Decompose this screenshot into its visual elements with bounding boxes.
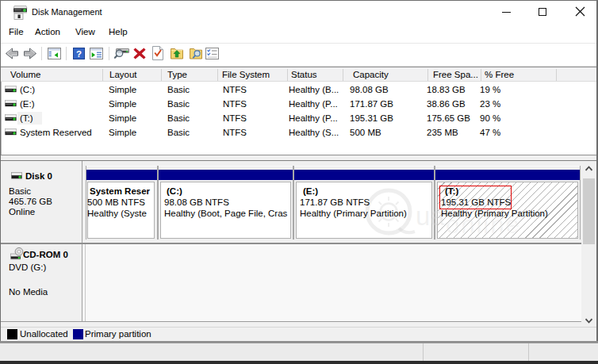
svg-text:?: ? xyxy=(76,49,82,59)
